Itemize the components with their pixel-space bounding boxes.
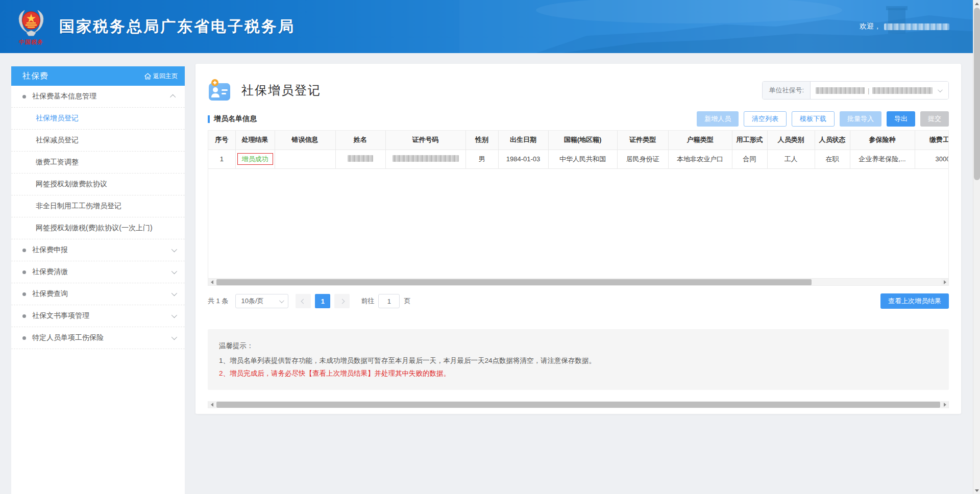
sidebar-header: 社保费 返回主页 — [11, 66, 185, 86]
tax-bureau-logo: 中国税务 — [13, 7, 49, 46]
sidebar-group-special-injury[interactable]: 特定人员单项工伤保险 — [11, 327, 185, 349]
home-icon — [144, 73, 151, 80]
unit-value-dropdown[interactable]: | — [811, 82, 948, 99]
site-title: 国家税务总局广东省电子税务局 — [59, 16, 295, 37]
prev-page-button[interactable] — [296, 294, 311, 308]
add-personnel-icon — [208, 79, 231, 102]
bullet-icon — [22, 95, 26, 98]
return-home-label: 返回主页 — [153, 72, 178, 81]
section-accent-bar — [208, 115, 210, 123]
scroll-down-arrow[interactable] — [973, 487, 980, 494]
chevron-down-icon — [172, 268, 177, 274]
cell-gender: 男 — [465, 150, 498, 168]
name-redacted — [348, 155, 373, 162]
return-home-button[interactable]: 返回主页 — [144, 72, 178, 81]
sidebar-item-remove-personnel[interactable]: 社保减员登记 — [11, 130, 185, 152]
add-person-button[interactable]: 新增人员 — [697, 111, 739, 127]
username-redacted — [884, 23, 949, 30]
scroll-left-arrow[interactable] — [208, 279, 215, 286]
cell-person-category: 工人 — [767, 150, 815, 168]
app-header: 中国税务 国家税务总局广东省电子税务局 欢迎， — [0, 0, 980, 53]
cell-employment-form: 合同 — [732, 150, 767, 168]
view-last-result-button[interactable]: 查看上次增员结果 — [880, 293, 949, 309]
chevron-down-icon — [279, 298, 284, 303]
sidebar-group-query[interactable]: 社保费查询 — [11, 283, 185, 305]
table-row: 1 增员成功 男 1984-01-03 中华人民共和国 居民身份证 本地非农业户… — [208, 150, 949, 168]
template-download-button[interactable]: 模板下载 — [792, 111, 835, 127]
chevron-down-icon — [172, 246, 177, 252]
cell-name — [335, 150, 385, 168]
sidebar-item-salary-adjust[interactable]: 缴费工资调整 — [11, 152, 185, 174]
cell-seq: 1 — [208, 150, 235, 168]
unit-name-redacted — [872, 87, 933, 94]
unit-label: 单位社保号: — [763, 82, 811, 99]
scroll-right-arrow[interactable] — [941, 401, 948, 408]
current-page-button[interactable]: 1 — [315, 294, 330, 308]
window-vertical-scrollbar[interactable] — [973, 0, 980, 494]
scroll-up-arrow[interactable] — [973, 0, 980, 7]
sidebar-menu: 社保费基本信息管理 社保增员登记 社保减员登记 缴费工资调整 网签授权划缴费款协… — [11, 86, 185, 349]
cell-error — [275, 150, 335, 168]
table-horizontal-scrollbar[interactable] — [208, 278, 948, 285]
chevron-down-icon — [938, 87, 943, 92]
sidebar: 社保费 返回主页 社保费基本信息管理 社保增员登记 社保减员登记 缴费工资调整 … — [11, 66, 185, 494]
unit-social-security-selector: 单位社保号: | — [762, 81, 949, 100]
personnel-table-container: 序号 处理结果 错误信息 姓名 证件号码 性别 出生日期 国籍(地区籍) 证件类… — [208, 130, 949, 286]
bullet-icon — [22, 314, 26, 318]
tips-box: 温馨提示： 1、增员名单列表提供暂存功能，未成功增员数据可暂存至本月最后一天，本… — [208, 329, 949, 390]
cell-id-type: 居民身份证 — [617, 150, 668, 168]
scroll-left-arrow[interactable] — [208, 401, 215, 408]
batch-import-button[interactable]: 批量导入 — [840, 111, 881, 127]
chevron-down-icon — [172, 334, 177, 340]
main-panel: 社保增员登记 单位社保号: | 增员名单信息 新增人员 清空列表 模板下载 批量… — [195, 64, 961, 414]
cell-nationality: 中华人民共和国 — [548, 150, 617, 168]
cell-insurance-types: 企业养老保险,... — [850, 150, 915, 168]
goto-page-input[interactable] — [378, 294, 400, 308]
sidebar-group-documents[interactable]: 社保文书事项管理 — [11, 305, 185, 327]
sidebar-group-declaration[interactable]: 社保费申报 — [11, 239, 185, 261]
sidebar-title: 社保费 — [22, 71, 48, 82]
toolbar: 新增人员 清空列表 模板下载 批量导入 导出 提交 — [697, 111, 949, 127]
vertical-scroll-thumb[interactable] — [974, 8, 980, 180]
submit-button[interactable]: 提交 — [920, 111, 949, 127]
cell-id-number — [385, 150, 465, 168]
sidebar-item-parttime-injury[interactable]: 非全日制用工工伤增员登记 — [11, 195, 185, 217]
chevron-down-icon — [172, 312, 177, 318]
tips-line-2: 2、增员完成后，请务必尽快【查看上次增员结果】并处理其中失败的数据。 — [219, 367, 938, 380]
id-number-redacted — [393, 155, 459, 162]
clear-list-button[interactable]: 清空列表 — [744, 111, 787, 127]
welcome-label: 欢迎， — [860, 22, 881, 31]
personnel-table: 序号 处理结果 错误信息 姓名 证件号码 性别 出生日期 国籍(地区籍) 证件类… — [208, 131, 949, 169]
sidebar-group-settlement[interactable]: 社保费清缴 — [11, 261, 185, 283]
tips-line-1: 1、增员名单列表提供暂存功能，未成功增员数据可暂存至本月最后一天，本月最后一天2… — [219, 354, 938, 367]
goto-unit: 页 — [404, 297, 410, 306]
page-horizontal-scrollbar[interactable] — [208, 401, 949, 408]
unit-number-redacted — [816, 87, 865, 94]
goto-label: 前往 — [361, 297, 374, 306]
page-title: 社保增员登记 — [241, 82, 321, 98]
sidebar-item-add-personnel[interactable]: 社保增员登记 — [11, 108, 185, 130]
cell-salary: 3000 — [915, 150, 949, 168]
bullet-icon — [22, 292, 26, 296]
chevron-down-icon — [172, 290, 177, 296]
bullet-icon — [22, 336, 26, 340]
cell-result: 增员成功 — [235, 150, 275, 168]
total-count: 共 1 条 — [208, 297, 228, 306]
sidebar-group-basic-info[interactable]: 社保费基本信息管理 — [11, 86, 185, 108]
next-page-button[interactable] — [334, 294, 350, 308]
bullet-icon — [22, 249, 26, 252]
sidebar-item-esign-agreement[interactable]: 网签授权划缴费款协议 — [11, 174, 185, 195]
sidebar-item-esign-onetime[interactable]: 网签授权划缴税(费)款协议(一次上门) — [11, 217, 185, 239]
section-title: 增员名单信息 — [214, 114, 257, 124]
cell-person-status: 在职 — [815, 150, 850, 168]
cell-household-type: 本地非农业户口 — [668, 150, 732, 168]
scroll-right-arrow[interactable] — [941, 279, 948, 286]
page-size-select[interactable]: 10条/页 — [235, 294, 288, 308]
bullet-icon — [22, 270, 26, 274]
welcome-area: 欢迎， — [860, 22, 949, 31]
status-badge: 增员成功 — [237, 153, 273, 165]
export-button[interactable]: 导出 — [887, 111, 915, 127]
logo-caption: 中国税务 — [18, 38, 44, 46]
tips-title: 温馨提示： — [219, 339, 938, 352]
cell-birth-date: 1984-01-03 — [498, 150, 548, 168]
